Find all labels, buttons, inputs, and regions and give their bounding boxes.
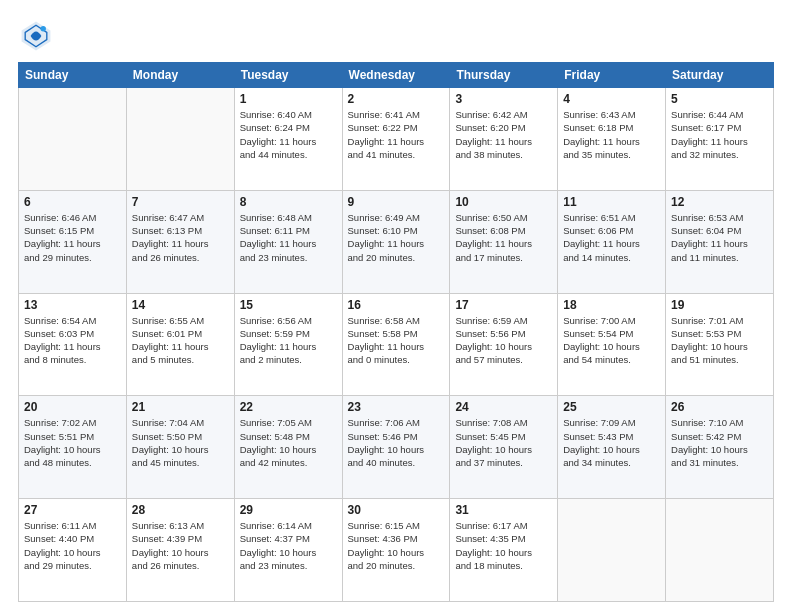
calendar-week-3: 13Sunrise: 6:54 AMSunset: 6:03 PMDayligh… bbox=[19, 293, 774, 396]
day-number: 6 bbox=[24, 195, 121, 209]
cell-text: Sunrise: 7:04 AMSunset: 5:50 PMDaylight:… bbox=[132, 416, 229, 469]
cell-text: Sunrise: 7:10 AMSunset: 5:42 PMDaylight:… bbox=[671, 416, 768, 469]
day-number: 15 bbox=[240, 298, 337, 312]
calendar-cell: 25Sunrise: 7:09 AMSunset: 5:43 PMDayligh… bbox=[558, 396, 666, 499]
calendar-cell: 31Sunrise: 6:17 AMSunset: 4:35 PMDayligh… bbox=[450, 499, 558, 602]
cell-text: Sunrise: 6:11 AMSunset: 4:40 PMDaylight:… bbox=[24, 519, 121, 572]
calendar-cell: 3Sunrise: 6:42 AMSunset: 6:20 PMDaylight… bbox=[450, 88, 558, 191]
day-number: 8 bbox=[240, 195, 337, 209]
calendar-cell: 21Sunrise: 7:04 AMSunset: 5:50 PMDayligh… bbox=[126, 396, 234, 499]
day-number: 13 bbox=[24, 298, 121, 312]
calendar-cell bbox=[126, 88, 234, 191]
day-header-saturday: Saturday bbox=[666, 63, 774, 88]
calendar-cell: 28Sunrise: 6:13 AMSunset: 4:39 PMDayligh… bbox=[126, 499, 234, 602]
day-number: 18 bbox=[563, 298, 660, 312]
calendar-cell: 8Sunrise: 6:48 AMSunset: 6:11 PMDaylight… bbox=[234, 190, 342, 293]
cell-text: Sunrise: 6:14 AMSunset: 4:37 PMDaylight:… bbox=[240, 519, 337, 572]
calendar-week-1: 1Sunrise: 6:40 AMSunset: 6:24 PMDaylight… bbox=[19, 88, 774, 191]
cell-text: Sunrise: 6:17 AMSunset: 4:35 PMDaylight:… bbox=[455, 519, 552, 572]
cell-text: Sunrise: 6:40 AMSunset: 6:24 PMDaylight:… bbox=[240, 108, 337, 161]
cell-text: Sunrise: 7:01 AMSunset: 5:53 PMDaylight:… bbox=[671, 314, 768, 367]
cell-text: Sunrise: 6:42 AMSunset: 6:20 PMDaylight:… bbox=[455, 108, 552, 161]
cell-text: Sunrise: 7:05 AMSunset: 5:48 PMDaylight:… bbox=[240, 416, 337, 469]
page: SundayMondayTuesdayWednesdayThursdayFrid… bbox=[0, 0, 792, 612]
calendar-cell: 15Sunrise: 6:56 AMSunset: 5:59 PMDayligh… bbox=[234, 293, 342, 396]
calendar-week-5: 27Sunrise: 6:11 AMSunset: 4:40 PMDayligh… bbox=[19, 499, 774, 602]
calendar-cell: 10Sunrise: 6:50 AMSunset: 6:08 PMDayligh… bbox=[450, 190, 558, 293]
day-number: 5 bbox=[671, 92, 768, 106]
calendar-cell: 26Sunrise: 7:10 AMSunset: 5:42 PMDayligh… bbox=[666, 396, 774, 499]
cell-text: Sunrise: 6:41 AMSunset: 6:22 PMDaylight:… bbox=[348, 108, 445, 161]
calendar-table: SundayMondayTuesdayWednesdayThursdayFrid… bbox=[18, 62, 774, 602]
day-header-monday: Monday bbox=[126, 63, 234, 88]
day-number: 30 bbox=[348, 503, 445, 517]
day-number: 2 bbox=[348, 92, 445, 106]
day-number: 26 bbox=[671, 400, 768, 414]
calendar-cell bbox=[666, 499, 774, 602]
cell-text: Sunrise: 6:58 AMSunset: 5:58 PMDaylight:… bbox=[348, 314, 445, 367]
calendar-cell: 16Sunrise: 6:58 AMSunset: 5:58 PMDayligh… bbox=[342, 293, 450, 396]
logo-icon bbox=[18, 18, 54, 54]
day-number: 20 bbox=[24, 400, 121, 414]
day-number: 23 bbox=[348, 400, 445, 414]
day-number: 12 bbox=[671, 195, 768, 209]
cell-text: Sunrise: 6:54 AMSunset: 6:03 PMDaylight:… bbox=[24, 314, 121, 367]
day-number: 22 bbox=[240, 400, 337, 414]
cell-text: Sunrise: 7:08 AMSunset: 5:45 PMDaylight:… bbox=[455, 416, 552, 469]
day-number: 1 bbox=[240, 92, 337, 106]
day-number: 7 bbox=[132, 195, 229, 209]
day-number: 4 bbox=[563, 92, 660, 106]
calendar-cell: 19Sunrise: 7:01 AMSunset: 5:53 PMDayligh… bbox=[666, 293, 774, 396]
cell-text: Sunrise: 6:13 AMSunset: 4:39 PMDaylight:… bbox=[132, 519, 229, 572]
calendar-cell: 5Sunrise: 6:44 AMSunset: 6:17 PMDaylight… bbox=[666, 88, 774, 191]
calendar-cell: 1Sunrise: 6:40 AMSunset: 6:24 PMDaylight… bbox=[234, 88, 342, 191]
calendar-cell: 23Sunrise: 7:06 AMSunset: 5:46 PMDayligh… bbox=[342, 396, 450, 499]
day-number: 29 bbox=[240, 503, 337, 517]
day-number: 24 bbox=[455, 400, 552, 414]
day-number: 28 bbox=[132, 503, 229, 517]
calendar-cell: 14Sunrise: 6:55 AMSunset: 6:01 PMDayligh… bbox=[126, 293, 234, 396]
day-number: 11 bbox=[563, 195, 660, 209]
cell-text: Sunrise: 6:48 AMSunset: 6:11 PMDaylight:… bbox=[240, 211, 337, 264]
day-number: 19 bbox=[671, 298, 768, 312]
calendar-cell: 12Sunrise: 6:53 AMSunset: 6:04 PMDayligh… bbox=[666, 190, 774, 293]
day-number: 25 bbox=[563, 400, 660, 414]
day-number: 9 bbox=[348, 195, 445, 209]
day-number: 17 bbox=[455, 298, 552, 312]
day-header-friday: Friday bbox=[558, 63, 666, 88]
cell-text: Sunrise: 6:47 AMSunset: 6:13 PMDaylight:… bbox=[132, 211, 229, 264]
day-header-wednesday: Wednesday bbox=[342, 63, 450, 88]
calendar-cell: 17Sunrise: 6:59 AMSunset: 5:56 PMDayligh… bbox=[450, 293, 558, 396]
cell-text: Sunrise: 6:44 AMSunset: 6:17 PMDaylight:… bbox=[671, 108, 768, 161]
logo bbox=[18, 18, 58, 54]
cell-text: Sunrise: 6:56 AMSunset: 5:59 PMDaylight:… bbox=[240, 314, 337, 367]
header bbox=[18, 18, 774, 54]
calendar-cell: 20Sunrise: 7:02 AMSunset: 5:51 PMDayligh… bbox=[19, 396, 127, 499]
calendar-cell bbox=[19, 88, 127, 191]
cell-text: Sunrise: 6:55 AMSunset: 6:01 PMDaylight:… bbox=[132, 314, 229, 367]
cell-text: Sunrise: 6:53 AMSunset: 6:04 PMDaylight:… bbox=[671, 211, 768, 264]
day-header-tuesday: Tuesday bbox=[234, 63, 342, 88]
cell-text: Sunrise: 7:02 AMSunset: 5:51 PMDaylight:… bbox=[24, 416, 121, 469]
calendar-cell: 24Sunrise: 7:08 AMSunset: 5:45 PMDayligh… bbox=[450, 396, 558, 499]
calendar-cell: 30Sunrise: 6:15 AMSunset: 4:36 PMDayligh… bbox=[342, 499, 450, 602]
cell-text: Sunrise: 7:06 AMSunset: 5:46 PMDaylight:… bbox=[348, 416, 445, 469]
calendar-cell: 29Sunrise: 6:14 AMSunset: 4:37 PMDayligh… bbox=[234, 499, 342, 602]
day-number: 10 bbox=[455, 195, 552, 209]
day-number: 16 bbox=[348, 298, 445, 312]
calendar-week-4: 20Sunrise: 7:02 AMSunset: 5:51 PMDayligh… bbox=[19, 396, 774, 499]
cell-text: Sunrise: 6:46 AMSunset: 6:15 PMDaylight:… bbox=[24, 211, 121, 264]
cell-text: Sunrise: 7:09 AMSunset: 5:43 PMDaylight:… bbox=[563, 416, 660, 469]
day-header-sunday: Sunday bbox=[19, 63, 127, 88]
calendar-cell: 2Sunrise: 6:41 AMSunset: 6:22 PMDaylight… bbox=[342, 88, 450, 191]
day-number: 14 bbox=[132, 298, 229, 312]
calendar-cell: 7Sunrise: 6:47 AMSunset: 6:13 PMDaylight… bbox=[126, 190, 234, 293]
calendar-cell: 13Sunrise: 6:54 AMSunset: 6:03 PMDayligh… bbox=[19, 293, 127, 396]
cell-text: Sunrise: 6:49 AMSunset: 6:10 PMDaylight:… bbox=[348, 211, 445, 264]
calendar-cell bbox=[558, 499, 666, 602]
calendar-header-row: SundayMondayTuesdayWednesdayThursdayFrid… bbox=[19, 63, 774, 88]
cell-text: Sunrise: 6:50 AMSunset: 6:08 PMDaylight:… bbox=[455, 211, 552, 264]
calendar-week-2: 6Sunrise: 6:46 AMSunset: 6:15 PMDaylight… bbox=[19, 190, 774, 293]
cell-text: Sunrise: 6:43 AMSunset: 6:18 PMDaylight:… bbox=[563, 108, 660, 161]
cell-text: Sunrise: 7:00 AMSunset: 5:54 PMDaylight:… bbox=[563, 314, 660, 367]
